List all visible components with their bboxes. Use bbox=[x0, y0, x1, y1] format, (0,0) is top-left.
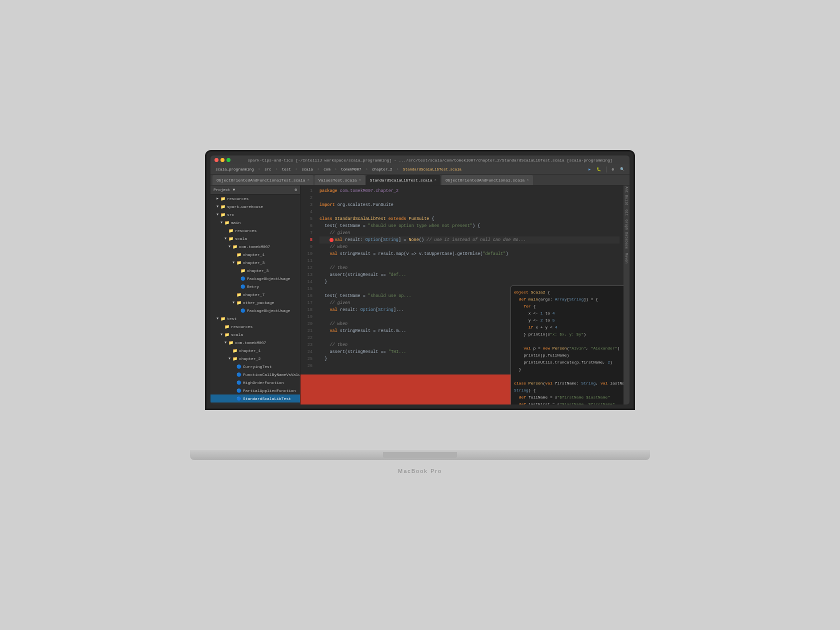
minimize-button[interactable] bbox=[220, 158, 224, 162]
toolbar-chapter2[interactable]: chapter_2 bbox=[370, 167, 394, 172]
toolbar: scala_programming › src › test › scala ›… bbox=[210, 164, 630, 174]
code-line-6: test( testName = "should use option type… bbox=[320, 222, 620, 230]
sidebar-item-other-package[interactable]: ▼ 📁other_package bbox=[210, 298, 300, 306]
laptop-container: spark-tips-and-tlcs [-/IntelliJ workspac… bbox=[190, 150, 650, 460]
sidebar-item-retry[interactable]: 🔵Retry bbox=[210, 282, 300, 290]
sidebar-item-chapter1[interactable]: 📁chapter_1 bbox=[210, 250, 300, 258]
code-line-7: // given bbox=[320, 230, 620, 236]
tab-close-icon[interactable]: × bbox=[526, 178, 528, 182]
code-line-1: package com.tomekM007.chapter_2 bbox=[320, 188, 620, 194]
toolbar-scala[interactable]: scala bbox=[300, 167, 315, 172]
code-line-9: // when bbox=[320, 244, 620, 250]
laptop-base bbox=[190, 450, 650, 460]
code-area: 12345 678910 1112131415 1617181920 21222… bbox=[300, 186, 624, 404]
code-line-13: assert(stringResult == "def... bbox=[320, 272, 620, 278]
popup-line: object Scala2 { bbox=[514, 289, 624, 296]
close-button[interactable] bbox=[214, 158, 218, 162]
graph-db-label[interactable]: Graph Database bbox=[624, 220, 628, 249]
sidebar-item-test-scala[interactable]: ▼ 📁scala bbox=[210, 330, 300, 338]
sidebar-item-package-object-usage[interactable]: 🔵PackageObjectUsage bbox=[210, 274, 300, 282]
sidebar-item-chapter3-sub[interactable]: 📁chapter_3 bbox=[210, 266, 300, 274]
laptop-lid: spark-tips-and-tlcs [-/IntelliJ workspac… bbox=[205, 150, 635, 410]
code-line-2 bbox=[320, 194, 620, 202]
maven-label[interactable]: Maven bbox=[624, 253, 628, 264]
macbook-label: MacBook Pro bbox=[398, 468, 442, 474]
sidebar-item-main-scala[interactable]: ▼ 📁scala bbox=[210, 234, 300, 242]
tab-bar: ObjectOrientedAndFunctionalTest.scala × … bbox=[210, 174, 630, 186]
sidebar-settings-icon[interactable]: ⚙ bbox=[294, 188, 297, 192]
sidebar-item-test-chapter1[interactable]: 📁chapter_1 bbox=[210, 346, 300, 354]
code-line-8: val result: Option[String] = None() // u… bbox=[320, 236, 620, 244]
toolbar-project[interactable]: scala_programming bbox=[214, 167, 256, 172]
popup-line bbox=[514, 373, 624, 380]
popup-line: def main(args: Array[String]) = { bbox=[514, 296, 624, 303]
sidebar: Project ▼ ⚙ ▶ 📁resources ▼ 📁spark bbox=[210, 186, 300, 404]
tab-close-icon[interactable]: × bbox=[434, 178, 436, 182]
tab-oo[interactable]: ObjectOrientedAndFunctional.scala × bbox=[442, 175, 533, 185]
sidebar-item-standard-scala[interactable]: 🔵StandardScalaLibTest bbox=[210, 394, 300, 402]
sidebar-header: Project ▼ ⚙ bbox=[210, 186, 300, 194]
popup-line: println(p.fullName) bbox=[514, 352, 624, 359]
tab-values[interactable]: ValuesTest.scala × bbox=[314, 175, 365, 185]
sidebar-item-other-pkg-usage[interactable]: 🔵PackageObjectUsage bbox=[210, 306, 300, 314]
code-popup: object Scala2 { def main(args: Array[Str… bbox=[510, 286, 624, 404]
sidebar-item-resources[interactable]: ▶ 📁resources bbox=[210, 194, 300, 202]
sidebar-item-function-call[interactable]: 🔵FunctionCallByNameVsValue bbox=[210, 370, 300, 378]
code-line-12: // then bbox=[320, 264, 620, 272]
popup-line: } println(s"x: $x, y: $y") bbox=[514, 331, 624, 338]
sidebar-item-test-chapter3[interactable]: 📁chapter_3 bbox=[210, 402, 300, 404]
toolbar-src[interactable]: src bbox=[262, 167, 274, 172]
run-button[interactable]: ▶ bbox=[586, 166, 593, 172]
toolbar-test[interactable]: test bbox=[280, 167, 293, 172]
sidebar-item-test-resources[interactable]: 📁resources bbox=[210, 322, 300, 330]
debug-button[interactable]: 🐛 bbox=[594, 166, 603, 172]
screen: spark-tips-and-tlcs [-/IntelliJ workspac… bbox=[210, 156, 630, 404]
tab-label: ObjectOrientedAndFunctionalTest.scala bbox=[216, 178, 306, 182]
sidebar-item-com-tomek[interactable]: ▼ 📁com.tomekM007 bbox=[210, 242, 300, 250]
sidebar-item-chapter7[interactable]: 📁chapter_7 bbox=[210, 290, 300, 298]
popup-line bbox=[514, 338, 624, 345]
code-line-4 bbox=[320, 208, 620, 216]
ide: spark-tips-and-tlcs [-/IntelliJ workspac… bbox=[210, 156, 630, 404]
sidebar-item-partial[interactable]: 🔵PartialAppliedFunction bbox=[210, 386, 300, 394]
main-area: Project ▼ ⚙ ▶ 📁resources ▼ 📁spark bbox=[210, 186, 630, 404]
build-button[interactable]: ⚙ bbox=[610, 166, 616, 172]
sidebar-item-chapter3[interactable]: ▼ 📁chapter_3 bbox=[210, 258, 300, 266]
code-line-3: import org.scalatest.FunSuite bbox=[320, 202, 620, 208]
tab-close-icon[interactable]: × bbox=[308, 178, 310, 182]
popup-line: } bbox=[514, 366, 624, 373]
right-panel: Ant Build Git Graph Database Maven bbox=[624, 186, 630, 404]
code-line-14: } bbox=[320, 278, 620, 286]
sidebar-item-main-resources[interactable]: 📁resources bbox=[210, 226, 300, 234]
search-button[interactable]: 🔍 bbox=[618, 166, 626, 172]
laptop-notch bbox=[383, 452, 456, 458]
sidebar-item-spark-warehouse[interactable]: ▼ 📁spark-warehouse bbox=[210, 202, 300, 210]
tab-oo-functional[interactable]: ObjectOrientedAndFunctionalTest.scala × bbox=[212, 175, 314, 185]
sidebar-item-test[interactable]: ▼ 📁test bbox=[210, 314, 300, 322]
tab-label: ValuesTest.scala bbox=[318, 178, 357, 182]
popup-line: class Person(val firstName: String, val … bbox=[514, 380, 624, 394]
git-label[interactable]: Git bbox=[624, 210, 628, 216]
code-line-11 bbox=[320, 258, 620, 264]
toolbar-tomek[interactable]: tomekM007 bbox=[339, 167, 364, 172]
toolbar-separator bbox=[606, 166, 606, 172]
sidebar-item-currying[interactable]: 🔵CurryingTest bbox=[210, 362, 300, 370]
ant-build-label[interactable]: Ant Build bbox=[624, 186, 628, 206]
sidebar-item-main[interactable]: ▼ 📁main bbox=[210, 218, 300, 226]
traffic-lights bbox=[214, 158, 230, 162]
tab-close-icon[interactable]: × bbox=[359, 178, 361, 182]
maximize-button[interactable] bbox=[226, 158, 230, 162]
sidebar-item-test-com[interactable]: ▼ 📁com.tomekM007 bbox=[210, 338, 300, 346]
popup-line: x <- 1 to 4 bbox=[514, 310, 624, 317]
sidebar-item-test-chapter2[interactable]: ▼ 📁chapter_2 bbox=[210, 354, 300, 362]
popup-line: for { bbox=[514, 303, 624, 310]
tab-standard-scala[interactable]: StandardScalaLibTest.scala × bbox=[366, 175, 440, 185]
popup-line: printlnUtils.truncate(p.firstName, 2) bbox=[514, 359, 624, 366]
title-text: spark-tips-and-tlcs [-/IntelliJ workspac… bbox=[234, 158, 626, 162]
sidebar-item-src[interactable]: ▼ 📁src bbox=[210, 210, 300, 218]
toolbar-com[interactable]: com bbox=[322, 167, 332, 172]
code-line-5: class StandardScalaLibTest extends FunSu… bbox=[320, 216, 620, 222]
sidebar-item-high-order[interactable]: 🔵HighOrderFunction bbox=[210, 378, 300, 386]
toolbar-file[interactable]: StandardScalaLibTest.scala bbox=[401, 167, 464, 172]
title-bar: spark-tips-and-tlcs [-/IntelliJ workspac… bbox=[210, 156, 630, 164]
